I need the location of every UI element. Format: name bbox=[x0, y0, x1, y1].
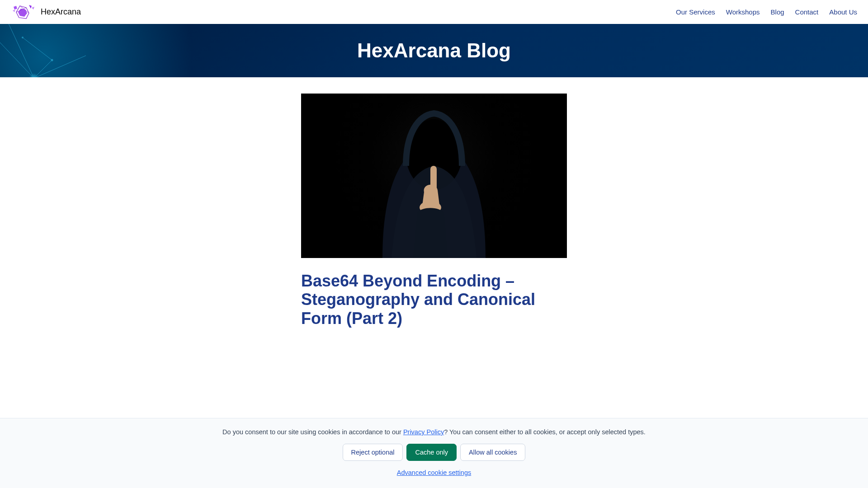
svg-line-8 bbox=[0, 33, 34, 77]
svg-marker-3 bbox=[29, 5, 32, 9]
brand-logo[interactable]: HexArcana bbox=[11, 4, 81, 20]
svg-marker-4 bbox=[32, 7, 34, 9]
main-nav: Our Services Workshops Blog Contact Abou… bbox=[676, 8, 857, 16]
nav-blog[interactable]: Blog bbox=[771, 8, 784, 16]
svg-line-9 bbox=[5, 24, 34, 77]
svg-line-12 bbox=[34, 60, 52, 77]
svg-marker-2 bbox=[14, 6, 17, 9]
nav-our-services[interactable]: Our Services bbox=[676, 8, 715, 16]
article-content: Base64 Beyond Encoding – Steganography a… bbox=[301, 94, 567, 328]
svg-line-13 bbox=[23, 38, 52, 60]
hero-title: HexArcana Blog bbox=[357, 39, 511, 62]
svg-line-10 bbox=[34, 56, 86, 77]
brand-name: HexArcana bbox=[41, 7, 81, 17]
post-title[interactable]: Base64 Beyond Encoding – Steganography a… bbox=[301, 272, 567, 328]
logo-mark bbox=[11, 4, 36, 20]
nav-workshops[interactable]: Workshops bbox=[726, 8, 760, 16]
svg-marker-5 bbox=[13, 9, 15, 12]
post-featured-image bbox=[301, 94, 567, 258]
svg-marker-1 bbox=[18, 9, 27, 17]
svg-point-17 bbox=[22, 37, 24, 38]
svg-point-16 bbox=[51, 59, 53, 61]
hero-banner: HexArcana Blog bbox=[0, 24, 868, 77]
nav-contact[interactable]: Contact bbox=[795, 8, 819, 16]
site-header: HexArcana Our Services Workshops Blog Co… bbox=[0, 0, 868, 24]
nav-about-us[interactable]: About Us bbox=[829, 8, 857, 16]
hero-network-decoration bbox=[0, 24, 108, 77]
